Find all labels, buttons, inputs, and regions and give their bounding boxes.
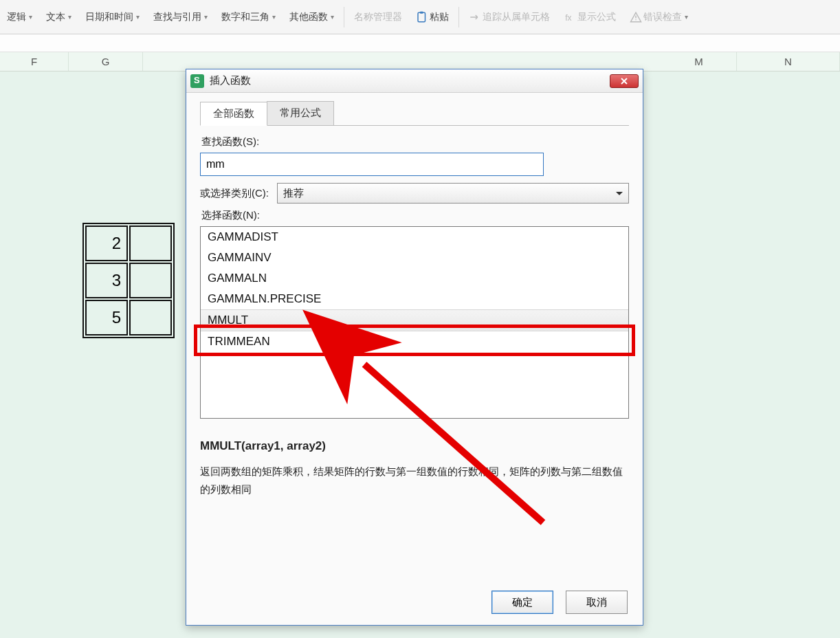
cancel-button[interactable]: 取消 — [566, 591, 628, 614]
search-label: 查找函数(S): — [201, 135, 629, 148]
chevron-down-icon: ▾ — [29, 13, 32, 21]
table-row: 5 — [85, 300, 172, 336]
list-item[interactable]: GAMMALN — [201, 268, 628, 289]
formula-icon: fx — [564, 11, 576, 23]
function-signature: MMULT(array1, array2) — [200, 439, 629, 453]
ribbon-math[interactable]: 数字和三角▾ — [217, 8, 280, 26]
paste-icon — [416, 11, 428, 23]
warning-icon — [630, 11, 642, 23]
ribbon-error-check: 错误检查▾ — [626, 8, 692, 26]
ribbon-name-manager: 名称管理器 — [350, 8, 406, 26]
col-header-M[interactable]: M — [661, 52, 737, 71]
ok-button[interactable]: 确定 — [491, 591, 553, 614]
cell[interactable] — [129, 263, 172, 298]
close-button[interactable] — [610, 74, 639, 88]
category-select[interactable]: 推荐 — [277, 183, 629, 204]
app-icon — [190, 74, 204, 88]
category-label: 或选择类别(C): — [200, 187, 269, 200]
dialog-title: 插入函数 — [210, 74, 251, 87]
sample-table: 2 3 5 — [82, 223, 175, 338]
tab-all-functions[interactable]: 全部函数 — [200, 102, 267, 126]
col-header-G[interactable]: G — [69, 52, 143, 71]
chevron-down-icon: ▾ — [136, 13, 140, 21]
ribbon-trace: 追踪从属单元格 — [465, 8, 554, 26]
cell[interactable] — [129, 300, 172, 336]
table-row: 3 — [85, 263, 172, 298]
function-description: 返回两数组的矩阵乘积，结果矩阵的行数与第一组数值的行数相同，矩阵的列数与第二组数… — [200, 463, 629, 498]
ribbon-lookup[interactable]: 查找与引用▾ — [149, 8, 212, 26]
list-item[interactable]: GAMMAINV — [201, 248, 628, 268]
function-listbox[interactable]: GAMMADIST GAMMAINV GAMMALN GAMMALN.PRECI… — [200, 226, 629, 419]
ribbon-datetime[interactable]: 日期和时间▾ — [81, 8, 144, 26]
list-item[interactable]: TRIMMEAN — [201, 331, 628, 352]
ribbon-other[interactable]: 其他函数▾ — [285, 8, 338, 26]
svg-rect-4 — [635, 15, 637, 18]
svg-rect-1 — [420, 11, 423, 13]
search-function-input[interactable] — [200, 153, 544, 176]
ribbon-paste[interactable]: 粘贴 — [412, 8, 453, 26]
list-item[interactable]: GAMMALN.PRECISE — [201, 289, 628, 309]
divider — [344, 7, 344, 28]
function-list-label: 选择函数(N): — [201, 209, 629, 222]
col-header-N[interactable]: N — [737, 52, 840, 71]
svg-rect-0 — [418, 12, 425, 22]
insert-function-dialog: 插入函数 全部函数 常用公式 查找函数(S): 或选择类别(C): 推荐 选择函… — [186, 69, 643, 626]
dialog-titlebar[interactable]: 插入函数 — [186, 69, 643, 93]
cell[interactable]: 5 — [85, 300, 128, 336]
dialog-tabs: 全部函数 常用公式 — [200, 101, 629, 126]
col-header-F[interactable]: F — [0, 52, 69, 71]
svg-point-3 — [635, 19, 637, 21]
chevron-down-icon: ▾ — [204, 13, 208, 21]
chevron-down-icon: ▾ — [685, 13, 688, 21]
ribbon-logic[interactable]: 逻辑▾ — [3, 8, 36, 26]
trace-icon — [469, 11, 481, 23]
ribbon-toolbar: 逻辑▾ 文本▾ 日期和时间▾ 查找与引用▾ 数字和三角▾ 其他函数▾ 名称管理器… — [0, 0, 840, 34]
divider — [458, 7, 459, 28]
list-item-selected[interactable]: MMULT — [201, 309, 628, 331]
close-icon — [620, 77, 628, 85]
cell[interactable]: 2 — [85, 226, 128, 261]
ribbon-show-formula: fx 显示公式 — [560, 8, 620, 26]
chevron-down-icon: ▾ — [272, 13, 276, 21]
formula-bar-area — [0, 34, 840, 52]
cell[interactable] — [129, 226, 172, 261]
list-item[interactable]: GAMMADIST — [201, 227, 628, 248]
tab-common-formulas[interactable]: 常用公式 — [267, 101, 334, 125]
table-row: 2 — [85, 226, 172, 261]
chevron-down-icon: ▾ — [68, 13, 71, 21]
svg-text:fx: fx — [565, 12, 571, 22]
cell[interactable]: 3 — [85, 263, 128, 298]
chevron-down-icon: ▾ — [331, 13, 334, 21]
ribbon-text[interactable]: 文本▾ — [42, 8, 76, 26]
